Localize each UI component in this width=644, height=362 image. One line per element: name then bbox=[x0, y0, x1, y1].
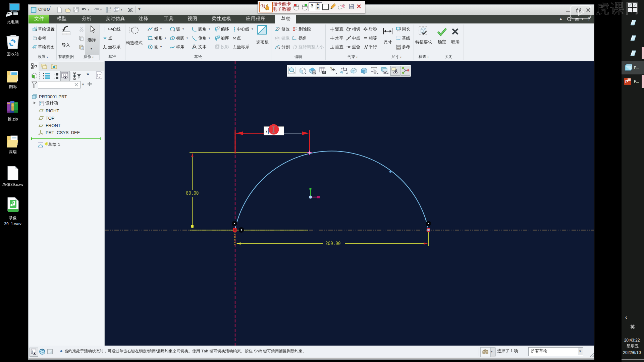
svg-text:REF: REF bbox=[397, 47, 401, 49]
svg-text:P: P bbox=[625, 79, 628, 84]
